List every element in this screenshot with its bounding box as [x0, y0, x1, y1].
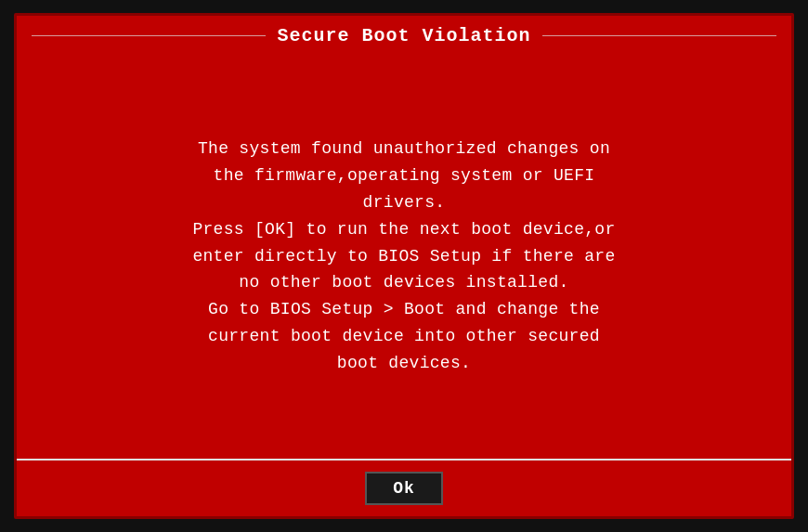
- ok-button[interactable]: Ok: [365, 472, 443, 505]
- message-line5: enter directly to BIOS Setup if there ar…: [192, 247, 615, 266]
- message-body: The system found unauthorized changes on…: [192, 136, 615, 376]
- title-bar-line-right: [542, 35, 776, 36]
- message-line9: boot devices.: [337, 354, 471, 372]
- title-bar: Secure Boot Violation: [17, 16, 791, 54]
- secure-boot-violation-dialog: Secure Boot Violation The system found u…: [14, 13, 794, 519]
- message-line4: Press [OK] to run the next boot device,o…: [192, 220, 615, 239]
- title-bar-line-left: [32, 35, 266, 36]
- message-line8: current boot device into other secured: [208, 327, 600, 345]
- message-line7: Go to BIOS Setup > Boot and change the: [208, 300, 600, 318]
- message-line1: The system found unauthorized changes on: [198, 139, 610, 158]
- message-line6: no other boot devices installed.: [239, 273, 568, 292]
- button-area: Ok: [17, 459, 791, 516]
- message-line3: drivers.: [363, 193, 446, 212]
- message-line2: the firmware,operating system or UEFI: [214, 166, 595, 185]
- content-area: The system found unauthorized changes on…: [17, 54, 791, 459]
- dialog-title: Secure Boot Violation: [266, 25, 541, 46]
